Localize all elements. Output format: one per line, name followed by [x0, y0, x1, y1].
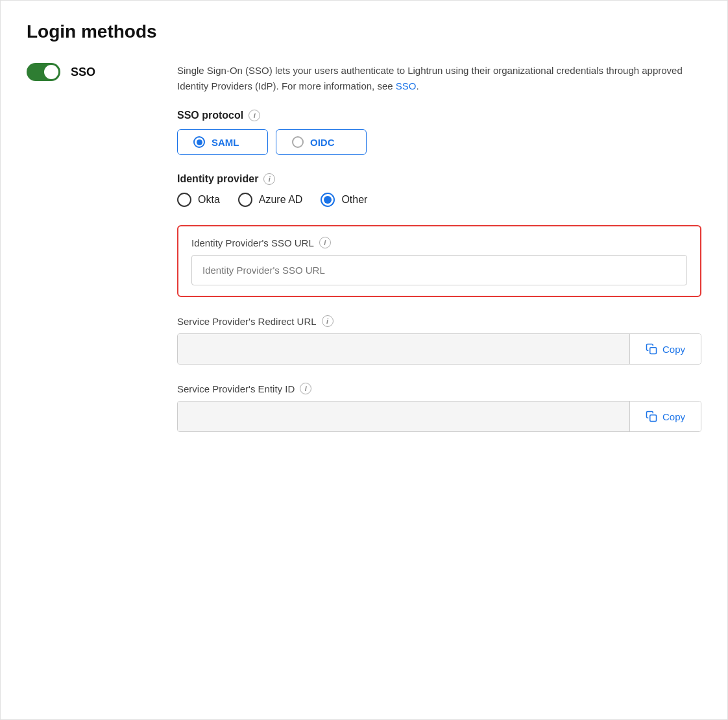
svg-rect-0 [650, 348, 657, 354]
protocol-options: SAML OIDC [177, 129, 701, 155]
sso-toggle[interactable] [27, 63, 60, 81]
toggle-track [27, 63, 60, 81]
sp-entity-id-label-text: Service Provider's Entity ID [177, 383, 295, 394]
saml-radio-dot [193, 136, 205, 148]
protocol-saml-option[interactable]: SAML [177, 129, 268, 155]
sso-description-text: Single Sign-On (SSO) lets your users aut… [177, 65, 683, 91]
sp-redirect-url-info-icon[interactable]: i [322, 315, 334, 327]
azure-radio [238, 193, 252, 207]
azure-label: Azure AD [259, 194, 303, 206]
sso-label: SSO [71, 66, 95, 79]
provider-okta-option[interactable]: Okta [177, 193, 220, 207]
okta-radio [177, 193, 191, 207]
sp-entity-id-copy-button[interactable]: Copy [629, 402, 701, 431]
sp-redirect-copy-button[interactable]: Copy [629, 334, 701, 364]
identity-provider-section: Identity provider i Okta Azure AD Other [177, 173, 701, 207]
sso-protocol-label: SSO protocol i [177, 110, 701, 121]
sp-redirect-url-label: Service Provider's Redirect URL i [177, 315, 701, 327]
content-area: SSO protocol i SAML OIDC Identity provid… [177, 110, 701, 432]
sso-description: Single Sign-On (SSO) lets your users aut… [177, 63, 701, 94]
sso-link[interactable]: SSO [396, 80, 417, 91]
saml-label: SAML [212, 137, 239, 148]
identity-provider-info-icon[interactable]: i [263, 173, 275, 185]
oidc-radio-dot [292, 136, 304, 148]
sp-redirect-url-label-text: Service Provider's Redirect URL [177, 316, 317, 327]
sp-entity-id-section: Service Provider's Entity ID i Copy [177, 383, 701, 432]
sp-entity-id-info-icon[interactable]: i [300, 383, 311, 394]
identity-provider-label: Identity provider i [177, 173, 701, 185]
sso-section-row: SSO Single Sign-On (SSO) lets your users… [27, 63, 701, 94]
sso-protocol-section: SSO protocol i SAML OIDC [177, 110, 701, 155]
copy-icon-2 [646, 411, 657, 422]
sp-redirect-url-input-row: Copy [177, 333, 701, 365]
idp-sso-url-label-text: Identity Provider's SSO URL [191, 237, 314, 248]
provider-options: Okta Azure AD Other [177, 193, 701, 207]
sp-entity-id-input[interactable] [178, 402, 629, 431]
login-methods-page: Login methods SSO Single Sign-On (SSO) l… [0, 0, 728, 720]
sp-entity-id-input-row: Copy [177, 401, 701, 432]
sp-entity-id-label: Service Provider's Entity ID i [177, 383, 701, 394]
provider-other-option[interactable]: Other [321, 193, 367, 207]
protocol-oidc-option[interactable]: OIDC [276, 129, 367, 155]
idp-sso-url-info-icon[interactable]: i [319, 237, 331, 248]
idp-sso-url-section: Identity Provider's SSO URL i [177, 225, 701, 297]
sp-redirect-url-section: Service Provider's Redirect URL i Copy [177, 315, 701, 365]
provider-azure-option[interactable]: Azure AD [238, 193, 303, 207]
copy-icon [646, 343, 657, 355]
idp-sso-url-label: Identity Provider's SSO URL i [191, 237, 687, 248]
page-title: Login methods [27, 21, 701, 42]
other-radio [321, 193, 335, 207]
sp-redirect-copy-label: Copy [662, 344, 685, 355]
okta-label: Okta [198, 194, 220, 206]
identity-provider-label-text: Identity provider [177, 173, 258, 185]
sso-protocol-label-text: SSO protocol [177, 110, 243, 121]
oidc-label: OIDC [310, 137, 335, 148]
idp-sso-url-input[interactable] [191, 255, 687, 285]
svg-rect-1 [650, 415, 657, 422]
sp-redirect-url-input[interactable] [178, 334, 629, 364]
toggle-thumb [44, 65, 58, 79]
sso-toggle-group: SSO [27, 63, 156, 81]
sso-protocol-info-icon[interactable]: i [249, 110, 260, 121]
sp-entity-id-copy-label: Copy [662, 411, 685, 422]
other-label: Other [341, 194, 367, 206]
